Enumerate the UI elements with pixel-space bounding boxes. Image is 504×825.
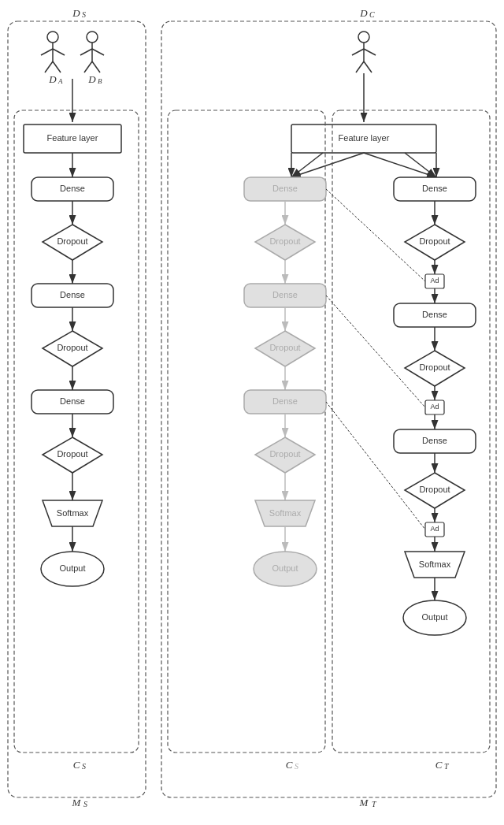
svg-text:B: B	[98, 77, 102, 85]
right-cs-dropout1-text: Dropout	[269, 236, 300, 246]
svg-point-10	[87, 32, 98, 43]
svg-line-37	[405, 153, 436, 177]
right-cs-dense3-text: Dense	[272, 396, 298, 406]
svg-line-32	[364, 49, 376, 55]
svg-line-36	[291, 153, 323, 177]
ct-label: C	[435, 759, 443, 771]
svg-line-8	[53, 61, 61, 72]
svg-line-13	[92, 49, 104, 55]
svg-line-5	[41, 49, 53, 55]
ct-ad2-text: Ad	[430, 403, 439, 411]
right-feature-layer-text: Feature layer	[339, 133, 390, 143]
mt-label: M	[359, 797, 369, 808]
svg-line-59	[326, 402, 425, 530]
left-output-text: Output	[59, 563, 85, 573]
svg-line-7	[45, 61, 53, 72]
cs-left-label: C	[73, 759, 80, 771]
svg-line-40	[291, 153, 364, 177]
ct-dense3-text: Dense	[422, 436, 447, 445]
person-db	[80, 32, 104, 72]
cs-right-label: C	[286, 759, 293, 771]
left-feature-layer-text: Feature layer	[47, 133, 98, 143]
left-dense2-text: Dense	[60, 290, 85, 299]
svg-text:A: A	[57, 77, 63, 85]
svg-text:S: S	[82, 762, 86, 771]
ct-ad3-text: Ad	[430, 525, 439, 533]
svg-line-12	[80, 49, 92, 55]
svg-text:S: S	[83, 800, 87, 808]
svg-line-31	[352, 49, 364, 55]
svg-line-15	[92, 61, 100, 72]
right-cs-softmax-text: Softmax	[269, 508, 302, 518]
ct-output-text: Output	[421, 612, 447, 622]
ct-dropout2-text: Dropout	[419, 362, 450, 372]
ct-dropout3-text: Dropout	[419, 485, 450, 494]
svg-text:T: T	[444, 762, 450, 771]
left-dense3-text: Dense	[60, 396, 85, 406]
svg-text:S: S	[295, 762, 298, 771]
right-cs-output-text: Output	[272, 563, 298, 573]
svg-point-29	[358, 32, 369, 43]
svg-line-14	[84, 61, 92, 72]
left-softmax-text: Softmax	[57, 508, 89, 518]
svg-line-51	[326, 189, 425, 281]
ct-ad1-text: Ad	[430, 277, 439, 284]
ct-dense1-text: Dense	[422, 184, 447, 193]
svg-line-34	[364, 61, 372, 72]
diagram-container: D S D A D B	[0, 0, 504, 825]
person-da	[41, 32, 65, 72]
ct-dropout1-text: Dropout	[419, 236, 450, 246]
db-label: D	[87, 73, 96, 85]
ms-label: M	[72, 797, 82, 808]
right-cs-dropout2-text: Dropout	[269, 343, 300, 352]
svg-text:T: T	[372, 800, 377, 808]
left-dropout2-text: Dropout	[57, 343, 87, 352]
left-dense1-text: Dense	[60, 184, 85, 193]
person-dc	[352, 32, 376, 72]
svg-point-3	[47, 32, 58, 43]
right-cs-dense1-text: Dense	[272, 184, 298, 193]
right-cs-dense2-text: Dense	[272, 290, 298, 299]
left-dropout3-text: Dropout	[57, 449, 87, 459]
svg-line-41	[364, 153, 436, 177]
svg-text:C: C	[369, 10, 375, 19]
svg-text:S: S	[82, 10, 86, 19]
svg-line-6	[53, 49, 65, 55]
ct-softmax-text: Softmax	[419, 559, 451, 569]
svg-line-33	[356, 61, 364, 72]
left-dropout1-text: Dropout	[57, 236, 87, 246]
cs-left-box	[14, 110, 139, 753]
cs-right-box	[168, 110, 325, 753]
right-cs-dropout3-text: Dropout	[269, 449, 300, 459]
da-label: D	[48, 73, 57, 85]
dc-label: D	[359, 7, 368, 19]
ct-dense2-text: Dense	[422, 310, 447, 319]
ds-label: D	[72, 7, 80, 19]
